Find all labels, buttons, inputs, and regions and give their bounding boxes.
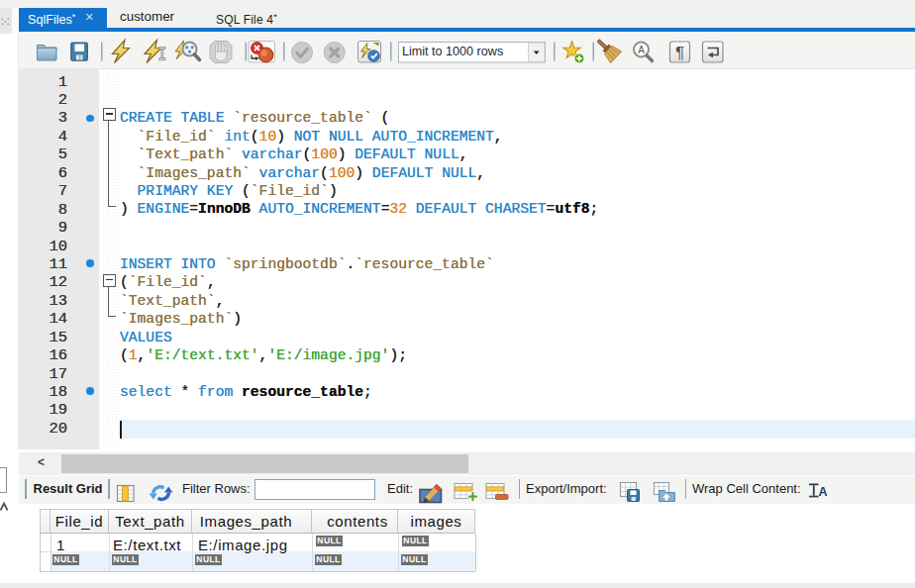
svg-text:A: A [638,44,645,54]
svg-text:A: A [818,485,827,499]
svg-text:¶: ¶ [675,43,684,61]
